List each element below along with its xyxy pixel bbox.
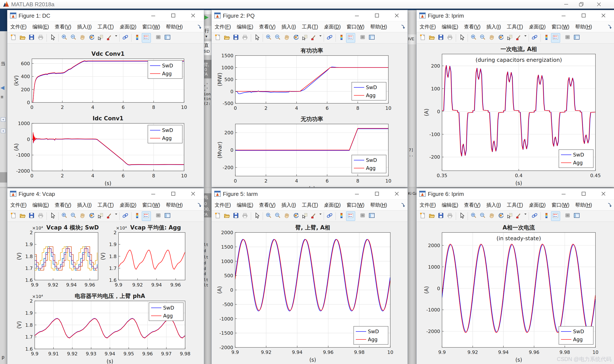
dock-arrow-icon[interactable] [197,24,202,30]
toolbar-button-link[interactable] [121,33,130,43]
menu-item-file[interactable]: 文件(F) [215,202,231,208]
menu-item-view[interactable]: 查看(V) [55,24,71,30]
toolbar-button-print[interactable] [36,211,45,221]
menu-item-window[interactable]: 窗口(W) [551,202,569,208]
toolbar-button-colorbar[interactable] [133,211,142,221]
menu-item-tools[interactable]: 工具(T) [507,202,523,208]
toolbar-button-zoom-out[interactable] [273,33,282,43]
menu-item-view[interactable]: 查看(V) [464,202,481,208]
app-close-button[interactable] [594,0,604,8]
figure-titlebar[interactable]: Figure 3: Iprim [417,10,614,21]
maximize-button[interactable] [579,12,588,19]
toolbar-button-open[interactable] [222,211,232,221]
toolbar-button-link[interactable] [530,33,539,43]
toolbar-button-zoom-in[interactable] [469,33,478,43]
legend[interactable]: SwDAgg [559,150,593,168]
toolbar-button-caret[interactable] [318,33,322,43]
toolbar-button-caret[interactable] [523,33,527,43]
toolbar-button-save[interactable] [232,211,241,221]
menu-item-insert[interactable]: 插入(I) [77,202,92,208]
menu-item-tools[interactable]: 工具(T) [98,202,114,208]
legend[interactable]: SwDAgg [352,82,386,100]
toolbar-button-legend[interactable] [346,211,355,221]
toolbar-button-link[interactable] [121,211,130,221]
toolbar-button-link[interactable] [325,33,334,43]
toolbar-button-print[interactable] [446,33,454,43]
toolbar-button-open[interactable] [18,33,27,43]
toolbar-button-zoom-out[interactable] [478,211,487,221]
maximize-button[interactable] [373,12,381,19]
close-button[interactable] [599,190,608,197]
toolbar-button-cursor[interactable] [457,33,466,43]
menu-item-file[interactable]: 文件(F) [10,202,27,208]
toolbar-button-legend[interactable] [346,33,355,43]
menu-item-tools[interactable]: 工具(T) [302,24,318,30]
menu-item-desktop[interactable]: 桌面(D) [120,202,136,208]
close-button[interactable] [393,190,401,197]
toolbar-button-plotbrowser[interactable] [563,211,572,221]
toolbar-button-link[interactable] [325,211,334,221]
toolbar-button-save[interactable] [437,33,446,43]
toolbar-button-plotbrowser[interactable] [358,33,367,43]
app-minimize-button[interactable] [561,0,571,8]
toolbar-button-datacursor[interactable] [300,211,310,221]
toolbar-button-caret[interactable] [114,211,118,221]
toolbar-button-rotate3d[interactable] [291,211,300,221]
menu-item-window[interactable]: 窗口(W) [347,24,364,30]
matlab-titlebar[interactable]: MATLAB R2018a [0,0,614,9]
toolbar-button-colorbar[interactable] [337,211,346,221]
maximize-button[interactable] [169,190,177,197]
menu-item-edit[interactable]: 编辑(E) [237,202,253,208]
menu-item-insert[interactable]: 插入(I) [486,24,501,30]
menu-item-edit[interactable]: 编辑(E) [442,202,458,208]
toolbar-button-save[interactable] [232,33,241,43]
toolbar-button-zoom-out[interactable] [273,211,282,221]
maximize-button[interactable] [169,12,177,19]
menu-item-edit[interactable]: 编辑(E) [237,24,253,30]
toolbar-button-plotbrowser[interactable] [358,211,367,221]
toolbar-button-pan[interactable] [282,33,291,43]
toolbar-button-legend[interactable] [142,33,151,43]
toolbar-button-save[interactable] [27,211,36,221]
toolbar-button-zoom-in[interactable] [60,211,69,221]
toolbar-button-new[interactable] [418,211,427,221]
toolbar-button-plottools[interactable] [367,211,376,221]
close-button[interactable] [189,190,197,197]
toolbar-button-open[interactable] [427,211,437,221]
menu-item-insert[interactable]: 插入(I) [77,24,92,30]
toolbar-button-link[interactable] [530,211,539,221]
toolbar-button-colorbar[interactable] [133,33,142,43]
toolbar-button-plotbrowser[interactable] [154,33,163,43]
figure-titlebar[interactable]: Figure 6: Iprim [417,188,614,200]
toolbar-button-pan[interactable] [282,211,291,221]
dock-arrow-icon[interactable] [607,24,612,30]
figure-titlebar[interactable]: Figure 4: Vcap [7,188,204,200]
toolbar-button-cursor[interactable] [252,211,261,221]
toolbar-button-colorbar[interactable] [542,211,551,221]
menu-item-view[interactable]: 查看(V) [259,202,276,208]
toolbar-button-pan[interactable] [78,33,87,43]
toolbar-button-cursor[interactable] [252,33,261,43]
menu-item-help[interactable]: 帮助(H) [166,24,183,30]
menu-item-help[interactable]: 帮助(H) [575,24,592,30]
toolbar-button-datacursor[interactable] [300,33,310,43]
menu-item-desktop[interactable]: 桌面(D) [324,24,341,30]
toolbar-button-datacursor[interactable] [505,211,514,221]
toolbar-button-caret[interactable] [523,211,527,221]
toolbar-button-legend[interactable] [551,33,560,43]
menu-item-tools[interactable]: 工具(T) [302,202,318,208]
figure-titlebar[interactable]: Figure 2: PQ [212,10,408,21]
toolbar-button-zoom-in[interactable] [60,33,69,43]
toolbar-button-brush[interactable] [105,33,114,43]
toolbar-button-legend[interactable] [142,211,151,221]
toolbar-button-zoom-in[interactable] [264,211,273,221]
toolbar-button-brush[interactable] [310,33,318,43]
toolbar-button-zoom-out[interactable] [69,211,78,221]
menu-item-file[interactable]: 文件(F) [215,24,231,30]
toolbar-button-legend[interactable] [551,211,560,221]
figure-titlebar[interactable]: Figure 5: Iarm [212,188,408,200]
menu-item-file[interactable]: 文件(F) [420,202,436,208]
toolbar-button-rotate3d[interactable] [496,211,505,221]
menu-item-insert[interactable]: 插入(I) [486,202,501,208]
menu-item-help[interactable]: 帮助(H) [370,24,387,30]
